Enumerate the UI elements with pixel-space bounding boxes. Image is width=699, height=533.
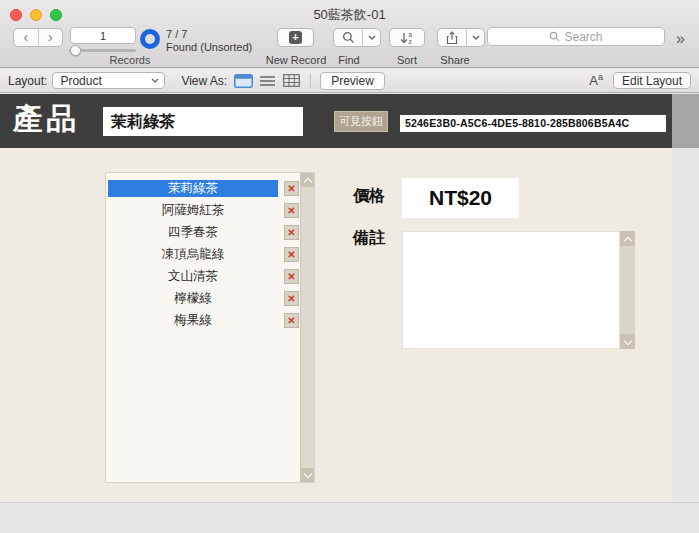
notes-scrollbar[interactable] xyxy=(620,231,635,349)
layout-bar: Layout: Product View As: xyxy=(0,69,699,93)
share-dropdown-button[interactable] xyxy=(467,29,484,46)
portal-rows: 茉莉綠茶 ✕ 阿薩姆紅茶 ✕ 四季春茶 ✕ 凍頂烏龍綠 ✕ 文山清茶 ✕ 檸檬綠… xyxy=(106,173,300,482)
formatting-bar-icon[interactable]: Aa xyxy=(589,72,603,88)
sort-button[interactable]: a z xyxy=(389,28,425,47)
divider xyxy=(310,74,311,88)
portal-row: 檸檬綠 ✕ xyxy=(108,290,298,307)
product-list-item[interactable]: 梅果綠 xyxy=(108,312,278,329)
delete-row-button[interactable]: ✕ xyxy=(284,181,299,196)
scroll-down-icon[interactable] xyxy=(620,334,635,349)
delete-x-icon: ✕ xyxy=(287,294,295,304)
layout-header-band: 產品 茉莉綠茶 可見按鈕 5246E3B0-A5C6-4DE5-8810-285… xyxy=(0,94,672,148)
portal-row: 凍頂烏龍綠 ✕ xyxy=(108,246,298,263)
svg-text:z: z xyxy=(409,38,412,45)
toolbar-overflow-button[interactable]: » xyxy=(676,30,685,48)
share-button[interactable] xyxy=(438,29,466,46)
window-bottom-strip xyxy=(0,502,699,533)
scroll-up-icon[interactable] xyxy=(620,231,635,246)
delete-row-button[interactable]: ✕ xyxy=(284,291,299,306)
record-number-field[interactable] xyxy=(70,27,136,44)
found-count: 7 / 7 xyxy=(166,28,187,40)
scroll-down-icon[interactable] xyxy=(301,468,314,482)
new-record-label: New Record xyxy=(260,54,332,66)
scroll-up-icon[interactable] xyxy=(301,173,314,187)
portal-scrollbar[interactable] xyxy=(300,173,314,482)
layout-dropdown[interactable]: Product xyxy=(52,72,165,89)
page-title: 產品 xyxy=(13,99,79,140)
search-placeholder: Search xyxy=(564,30,602,44)
find-label: Find xyxy=(327,54,371,66)
delete-row-button[interactable]: ✕ xyxy=(284,247,299,262)
delete-x-icon: ✕ xyxy=(287,250,295,260)
delete-row-button[interactable]: ✕ xyxy=(284,313,299,328)
delete-x-icon: ✕ xyxy=(287,184,295,194)
preview-button[interactable]: Preview xyxy=(320,72,385,90)
product-list-item[interactable]: 凍頂烏龍綠 xyxy=(108,246,278,263)
delete-row-button[interactable]: ✕ xyxy=(284,269,299,284)
portal-row: 阿薩姆紅茶 ✕ xyxy=(108,202,298,219)
previous-record-button[interactable]: ‹ xyxy=(14,29,38,46)
portal-row: 茉莉綠茶 ✕ xyxy=(108,180,298,197)
found-set-donut-icon[interactable] xyxy=(140,29,160,49)
product-list-item[interactable]: 阿薩姆紅茶 xyxy=(108,202,278,219)
notes-field[interactable] xyxy=(402,231,620,349)
share-icon xyxy=(446,31,458,45)
record-nav-segment: ‹ › xyxy=(13,28,63,47)
record-id-field[interactable]: 5246E3B0-A5C6-4DE5-8810-285B806B5A4C xyxy=(400,115,666,132)
find-dropdown-button[interactable] xyxy=(363,29,380,46)
portal-row: 梅果綠 ✕ xyxy=(108,312,298,329)
portal-row: 文山清茶 ✕ xyxy=(108,268,298,285)
magnifier-icon xyxy=(342,31,355,44)
delete-x-icon: ✕ xyxy=(287,206,295,216)
product-portal: 茉莉綠茶 ✕ 阿薩姆紅茶 ✕ 四季春茶 ✕ 凍頂烏龍綠 ✕ 文山清茶 ✕ 檸檬綠… xyxy=(105,172,315,483)
share-label: Share xyxy=(433,54,477,66)
layout-dropdown-value: Product xyxy=(53,74,151,88)
delete-row-button[interactable]: ✕ xyxy=(284,203,299,218)
notes-label: 備註 xyxy=(353,228,385,249)
edit-layout-button[interactable]: Edit Layout xyxy=(613,72,691,89)
share-button-segment xyxy=(437,28,485,47)
view-mode-icons xyxy=(234,74,301,88)
layout-body: 茉莉綠茶 ✕ 阿薩姆紅茶 ✕ 四季春茶 ✕ 凍頂烏龍綠 ✕ 文山清茶 ✕ 檸檬綠… xyxy=(0,148,672,502)
new-record-button[interactable]: + xyxy=(277,28,314,47)
search-icon xyxy=(549,31,560,42)
sort-label: Sort xyxy=(389,54,425,66)
delete-x-icon: ✕ xyxy=(287,316,295,326)
chevron-down-icon xyxy=(151,78,159,83)
records-label: Records xyxy=(70,54,190,66)
table-view-icon[interactable] xyxy=(282,74,301,88)
search-input[interactable]: Search xyxy=(487,27,665,46)
svg-text:a: a xyxy=(409,31,413,38)
next-record-button[interactable]: › xyxy=(39,29,63,46)
product-list-item[interactable]: 四季春茶 xyxy=(108,224,278,241)
delete-row-button[interactable]: ✕ xyxy=(284,225,299,240)
window-chrome: 50藍茶飲-01 ‹ › 7 / 7 Found (Unsorted) Reco… xyxy=(0,0,699,68)
price-field[interactable]: NT$20 xyxy=(402,178,519,218)
view-as-label: View As: xyxy=(181,74,227,88)
price-label: 價格 xyxy=(353,186,385,207)
product-list-item[interactable]: 茉莉綠茶 xyxy=(108,180,278,197)
plus-icon: + xyxy=(289,31,302,44)
found-status: Found (Unsorted) xyxy=(166,41,252,53)
delete-x-icon: ✕ xyxy=(287,272,295,282)
form-view-icon[interactable] xyxy=(234,74,253,88)
visible-button[interactable]: 可見按鈕 xyxy=(334,111,388,132)
chevron-down-icon xyxy=(368,35,376,40)
product-list-item[interactable]: 檸檬綠 xyxy=(108,290,278,307)
sort-az-icon: a z xyxy=(399,31,415,45)
list-view-icon[interactable] xyxy=(258,74,277,88)
chevron-down-icon xyxy=(472,35,480,40)
find-button[interactable] xyxy=(334,29,362,46)
portal-row: 四季春茶 ✕ xyxy=(108,224,298,241)
window-title: 50藍茶飲-01 xyxy=(0,6,699,24)
find-button-segment xyxy=(333,28,381,47)
delete-x-icon: ✕ xyxy=(287,228,295,238)
product-name-field[interactable]: 茉莉綠茶 xyxy=(103,107,303,136)
product-list-item[interactable]: 文山清茶 xyxy=(108,268,278,285)
record-slider[interactable] xyxy=(69,49,136,52)
layout-label: Layout: xyxy=(8,74,47,88)
outside-layout-strip xyxy=(672,94,699,148)
